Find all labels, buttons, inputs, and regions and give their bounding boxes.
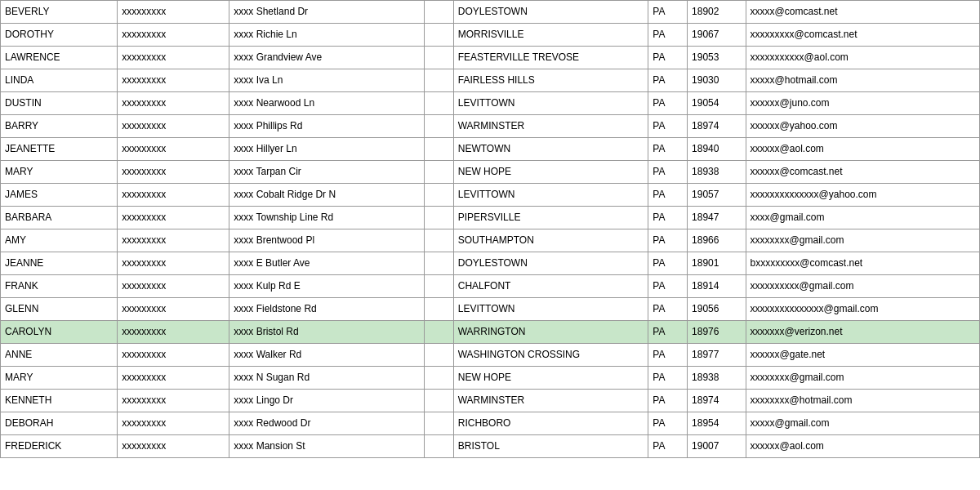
table-row: JEANETTExxxxxxxxxxxxx Hillyer LnNEWTOWNP… <box>1 138 980 161</box>
table-cell: PA <box>648 435 688 458</box>
table-cell <box>424 184 453 207</box>
table-cell: xxxxxxxxx <box>118 344 229 367</box>
table-cell: xxxxxxx@verizon.net <box>746 321 979 344</box>
table-row: DEBORAHxxxxxxxxxxxxx Redwood DrRICHBOROP… <box>1 412 980 435</box>
table-cell: PA <box>648 184 688 207</box>
table-cell: LEVITTOWN <box>453 298 648 321</box>
table-cell: xxxxxxxxx <box>118 229 229 252</box>
table-cell: xxxx Kulp Rd E <box>229 275 425 298</box>
table-cell: xxxxx@comcast.net <box>746 1 979 24</box>
table-cell: WARRINGTON <box>453 321 648 344</box>
table-cell: xxxxxxxxx <box>118 1 229 24</box>
table-cell: xxxxx@hotmail.com <box>746 69 979 92</box>
table-cell: SOUTHAMPTON <box>453 229 648 252</box>
table-cell: xxxxxxxxx <box>118 252 229 275</box>
table-cell <box>424 47 453 69</box>
table-cell: FREDERICK <box>1 435 118 458</box>
table-cell: 18974 <box>688 115 746 138</box>
table-cell: xxxxxxxxxxx@aol.com <box>746 47 979 69</box>
table-cell: PA <box>648 69 688 92</box>
table-row: CAROLYNxxxxxxxxxxxxx Bristol RdWARRINGTO… <box>1 321 980 344</box>
table-cell: CAROLYN <box>1 321 118 344</box>
table-row: ANNExxxxxxxxxxxxx Walker RdWASHINGTON CR… <box>1 344 980 367</box>
table-cell: 19007 <box>688 435 746 458</box>
table-cell: xxxxx@gmail.com <box>746 412 979 435</box>
table-cell <box>424 390 453 412</box>
table-cell: xxxxxxxx@gmail.com <box>746 229 979 252</box>
table-row: DOROTHYxxxxxxxxxxxxx Richie LnMORRISVILL… <box>1 24 980 47</box>
table-cell: xxxx@gmail.com <box>746 207 979 229</box>
table-cell: xxxxxxxxx <box>118 367 229 390</box>
table-cell: MARY <box>1 161 118 184</box>
table-cell: xxxxxxxxx <box>118 115 229 138</box>
table-cell: xxxxxxxxx <box>118 435 229 458</box>
table-cell <box>424 138 453 161</box>
table-row: LAWRENCExxxxxxxxxxxxx Grandview AveFEAST… <box>1 47 980 69</box>
table-cell: PA <box>648 207 688 229</box>
table-row: MARYxxxxxxxxxxxxx N Sugan RdNEW HOPEPA18… <box>1 367 980 390</box>
table-cell: BARBARA <box>1 207 118 229</box>
table-cell: xxxxxxxx@hotmail.com <box>746 390 979 412</box>
table-cell: PA <box>648 115 688 138</box>
table-cell: NEW HOPE <box>453 161 648 184</box>
table-cell <box>424 367 453 390</box>
table-cell: xxxxxxxxx <box>118 138 229 161</box>
table-cell: 18954 <box>688 412 746 435</box>
table-cell: 18901 <box>688 252 746 275</box>
table-cell: LINDA <box>1 69 118 92</box>
table-cell: xxxxxx@aol.com <box>746 435 979 458</box>
table-cell: xxxxxxxxx <box>118 92 229 115</box>
table-cell: 18966 <box>688 229 746 252</box>
table-cell: 18940 <box>688 138 746 161</box>
table-cell: WARMINSTER <box>453 390 648 412</box>
table-cell: FAIRLESS HILLS <box>453 69 648 92</box>
table-cell: xxxx Hillyer Ln <box>229 138 425 161</box>
table-cell: 18976 <box>688 321 746 344</box>
table-cell: 19056 <box>688 298 746 321</box>
table-cell <box>424 24 453 47</box>
table-cell: xxxx Brentwood Pl <box>229 229 425 252</box>
table-cell: xxxx Richie Ln <box>229 24 425 47</box>
table-cell: AMY <box>1 229 118 252</box>
table-cell: BEVERLY <box>1 1 118 24</box>
table-cell: 18974 <box>688 390 746 412</box>
table-cell: PA <box>648 161 688 184</box>
table-cell: NEWTOWN <box>453 138 648 161</box>
table-cell: xxxxxxxxx <box>118 412 229 435</box>
table-cell: xxxx Township Line Rd <box>229 207 425 229</box>
table-row: BARRYxxxxxxxxxxxxx Phillips RdWARMINSTER… <box>1 115 980 138</box>
table-cell: xxxxxxxxxxxxxxx@gmail.com <box>746 298 979 321</box>
table-cell: 19053 <box>688 47 746 69</box>
contact-table: BEVERLYxxxxxxxxxxxxx Shetland DrDOYLESTO… <box>0 0 980 458</box>
table-cell <box>424 69 453 92</box>
table-cell: xxxxxx@yahoo.com <box>746 115 979 138</box>
table-cell <box>424 298 453 321</box>
table-cell: ANNE <box>1 344 118 367</box>
table-cell: 19067 <box>688 24 746 47</box>
table-cell: BARRY <box>1 115 118 138</box>
table-cell: xxxx Fieldstone Rd <box>229 298 425 321</box>
table-cell: xxxxxxxxx <box>118 69 229 92</box>
table-cell <box>424 412 453 435</box>
table-cell: 18977 <box>688 344 746 367</box>
table-cell: KENNETH <box>1 390 118 412</box>
table-cell: PA <box>648 138 688 161</box>
table-cell: 19057 <box>688 184 746 207</box>
table-cell: WASHINGTON CROSSING <box>453 344 648 367</box>
table-cell: xxxxxx@gate.net <box>746 344 979 367</box>
table-cell: xxxxxxxxx <box>118 321 229 344</box>
table-cell: DUSTIN <box>1 92 118 115</box>
table-cell: xxxxxxxxxxxxxx@yahoo.com <box>746 184 979 207</box>
table-cell: xxxx Phillips Rd <box>229 115 425 138</box>
table-cell: xxxx Tarpan Cir <box>229 161 425 184</box>
table-cell: xxxxxxxxxx@gmail.com <box>746 275 979 298</box>
table-cell: 18947 <box>688 207 746 229</box>
table-cell: bxxxxxxxxx@comcast.net <box>746 252 979 275</box>
table-cell <box>424 1 453 24</box>
table-cell <box>424 252 453 275</box>
table-cell: BRISTOL <box>453 435 648 458</box>
table-row: JAMESxxxxxxxxxxxxx Cobalt Ridge Dr NLEVI… <box>1 184 980 207</box>
table-row: JEANNExxxxxxxxxxxxx E Butler AveDOYLESTO… <box>1 252 980 275</box>
table-cell <box>424 115 453 138</box>
table-cell: LAWRENCE <box>1 47 118 69</box>
